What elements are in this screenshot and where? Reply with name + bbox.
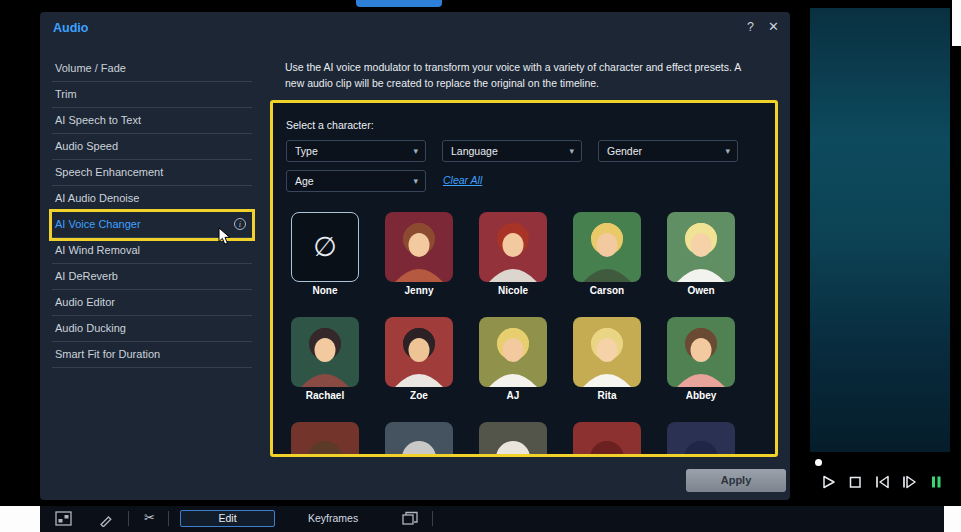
character-card-nicole[interactable] xyxy=(479,212,547,282)
avatar-illustration xyxy=(385,212,453,282)
character-name: Carson xyxy=(573,285,641,297)
sidebar-item-label: Audio Speed xyxy=(55,140,118,152)
sidebar-item-label: Audio Editor xyxy=(55,296,115,308)
sidebar-item-speech-enhancement[interactable]: Speech Enhancement xyxy=(52,160,252,186)
filter-dropdown-gender[interactable]: Gender▾ xyxy=(598,140,738,162)
stop-icon xyxy=(846,473,864,491)
close-icon[interactable]: ✕ xyxy=(768,19,779,34)
character-card-rachael[interactable] xyxy=(291,317,359,387)
sidebar-item-trim[interactable]: Trim xyxy=(52,82,252,108)
avatar-illustration xyxy=(667,422,735,457)
playback-controls xyxy=(819,473,945,491)
toolbar-divider xyxy=(432,511,433,526)
sidebar-item-ai-wind-removal[interactable]: AI Wind Removal xyxy=(52,238,252,264)
step-forward-icon xyxy=(900,473,918,491)
character-card-partial[interactable] xyxy=(385,422,453,457)
sidebar-item-label: AI Voice Changer xyxy=(55,218,141,230)
character-name: None xyxy=(291,285,359,297)
select-character-label: Select a character: xyxy=(286,119,374,131)
character-card-owen[interactable] xyxy=(667,212,735,282)
sidebar-item-smart-fit-for-duration[interactable]: Smart Fit for Duration xyxy=(52,342,252,368)
page-background-corner xyxy=(944,506,961,532)
character-card-carson[interactable] xyxy=(573,212,641,282)
avatar-illustration xyxy=(479,212,547,282)
stop-button[interactable] xyxy=(846,473,864,491)
sidebar-item-audio-speed[interactable]: Audio Speed xyxy=(52,134,252,160)
character-card-partial[interactable] xyxy=(479,422,547,457)
sidebar-item-audio-editor[interactable]: Audio Editor xyxy=(52,290,252,316)
character-name: Abbey xyxy=(667,390,735,402)
sidebar-item-ai-voice-changer[interactable]: AI Voice Changeri xyxy=(52,212,252,238)
scissors-icon[interactable]: ✂ xyxy=(144,510,155,525)
top-cropped-button[interactable] xyxy=(356,0,442,7)
character-card-zoe[interactable] xyxy=(385,317,453,387)
sidebar-item-audio-ducking[interactable]: Audio Ducking xyxy=(52,316,252,342)
edit-mode-button[interactable]: Edit xyxy=(180,510,275,527)
character-card-partial[interactable] xyxy=(291,422,359,457)
audio-sidebar: Volume / FadeTrimAI Speech to TextAudio … xyxy=(52,56,252,368)
character-name: Nicole xyxy=(479,285,547,297)
filter-dropdown-age[interactable]: Age▾ xyxy=(286,170,426,192)
sidebar-item-ai-dereverb[interactable]: AI DeReverb xyxy=(52,264,252,290)
character-card-rita[interactable] xyxy=(573,317,641,387)
chevron-down-icon: ▾ xyxy=(413,171,418,191)
avatar-illustration xyxy=(667,317,735,387)
avatar-illustration xyxy=(385,317,453,387)
character-name: Rachael xyxy=(291,390,359,402)
filter-dropdown-label: Gender xyxy=(607,145,642,157)
filter-dropdown-language[interactable]: Language▾ xyxy=(442,140,582,162)
filter-dropdown-label: Age xyxy=(295,175,314,187)
video-preview xyxy=(810,8,950,452)
apply-button[interactable]: Apply xyxy=(686,469,786,492)
character-name: Owen xyxy=(667,285,735,297)
info-icon[interactable]: i xyxy=(234,218,246,230)
play-icon xyxy=(819,473,837,491)
character-card-partial[interactable] xyxy=(667,422,735,457)
keyframes-tab[interactable]: Keyframes xyxy=(308,512,358,524)
page-background-corner xyxy=(952,0,961,46)
sidebar-item-volume-fade[interactable]: Volume / Fade xyxy=(52,56,252,82)
preview-panel xyxy=(796,0,961,532)
sidebar-item-label: Audio Ducking xyxy=(55,322,126,334)
bottom-toolbar: ✂ Edit Keyframes xyxy=(0,506,961,532)
avatar-illustration xyxy=(291,317,359,387)
filter-dropdown-type[interactable]: Type▾ xyxy=(286,140,426,162)
pen-tool-icon[interactable] xyxy=(98,511,114,527)
toolbar-divider xyxy=(128,511,129,526)
character-card-none[interactable]: ∅ xyxy=(291,212,359,282)
character-card-abbey[interactable] xyxy=(667,317,735,387)
play-button[interactable] xyxy=(819,473,837,491)
toolbar-divider xyxy=(168,511,169,526)
character-name: Zoe xyxy=(385,390,453,402)
sidebar-item-ai-speech-to-text[interactable]: AI Speech to Text xyxy=(52,108,252,134)
sidebar-item-label: AI Wind Removal xyxy=(55,244,140,256)
chevron-down-icon: ▾ xyxy=(413,141,418,161)
help-icon[interactable]: ? xyxy=(747,20,754,34)
avatar-illustration xyxy=(573,422,641,457)
pause-button[interactable] xyxy=(927,473,945,491)
step-back-icon xyxy=(873,473,891,491)
none-icon: ∅ xyxy=(313,231,337,263)
character-card-partial[interactable] xyxy=(573,422,641,457)
avatar-illustration xyxy=(385,422,453,457)
step-forward-button[interactable] xyxy=(900,473,918,491)
keyframe-panel-icon[interactable] xyxy=(55,511,72,526)
layers-icon[interactable] xyxy=(402,511,418,526)
chevron-down-icon: ▾ xyxy=(725,141,730,161)
character-card-jenny[interactable] xyxy=(385,212,453,282)
clear-all-link[interactable]: Clear All xyxy=(443,174,482,186)
sidebar-item-ai-audio-denoise[interactable]: AI Audio Denoise xyxy=(52,186,252,212)
step-back-button[interactable] xyxy=(873,473,891,491)
sidebar-item-label: AI DeReverb xyxy=(55,270,118,282)
character-card-aj[interactable] xyxy=(479,317,547,387)
character-selection-panel: Select a character: Clear All Type▾Langu… xyxy=(270,100,778,457)
audio-dialog: Audio ? ✕ Volume / FadeTrimAI Speech to … xyxy=(40,12,790,500)
app-window: Audio ? ✕ Volume / FadeTrimAI Speech to … xyxy=(0,0,961,532)
dialog-title: Audio xyxy=(53,21,88,35)
sidebar-item-label: Trim xyxy=(55,88,77,100)
avatar-illustration xyxy=(667,212,735,282)
sidebar-item-label: AI Audio Denoise xyxy=(55,192,139,204)
avatar-illustration xyxy=(479,422,547,457)
avatar-illustration xyxy=(573,212,641,282)
seek-slider-thumb[interactable] xyxy=(815,459,822,466)
